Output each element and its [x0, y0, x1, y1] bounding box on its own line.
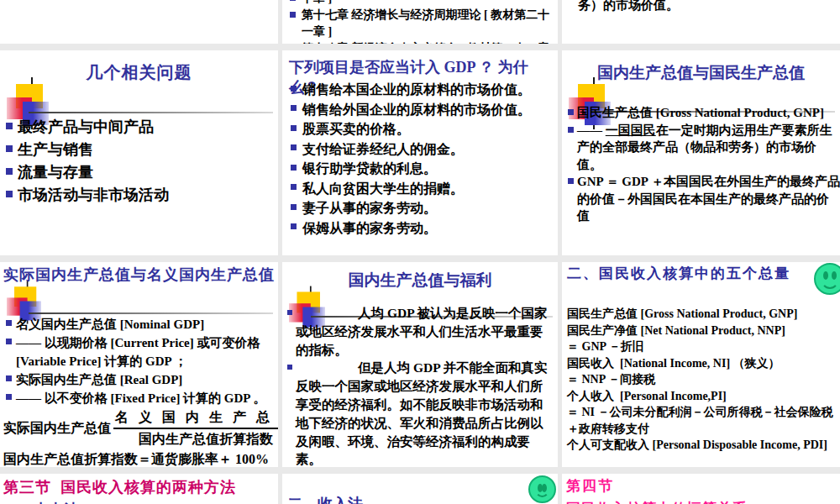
bullet-item: 保姆从事的家务劳动。 [288, 218, 556, 239]
bullet-item: —— 以现期价格 [Current Price] 或可变价格 [Variable… [3, 333, 278, 370]
bullet-item: 国民生产总值 [Gross National Product, GNP] [565, 104, 840, 122]
toc-item: 第十七章 经济增长与经济周期理论 [ 教材第二十一章 ] [287, 7, 556, 40]
bullet-list: 最终产品与中间产品 生产与销售 流量与存量 市场活动与非市场活动 [3, 116, 276, 207]
section-title: 第四节 [562, 474, 840, 496]
bullet-item: 最终产品与中间产品 [3, 116, 276, 139]
bullet-item: 妻子从事的家务劳动。 [288, 198, 556, 218]
definition-line: ＝ GNP －折旧 [567, 339, 840, 355]
slide-title-clipped: 二、收入法 [282, 474, 558, 504]
slide-title: 几个相关问题 [0, 50, 278, 84]
title-underline-rule [29, 312, 273, 314]
definition-line: ＝ NI －公司未分配利润－公司所得税－社会保险税＋政府转移支付 [567, 404, 840, 437]
bullet-item: 支付给证券经纪人的佣金。 [288, 139, 556, 160]
slide-thumb-section4[interactable]: 第四节 国民收入核算中的恒等关系 [562, 474, 840, 504]
section-title: 第三节 国民收入核算的两种方法 [0, 474, 278, 497]
bullet-paragraph: 人均 GDP 被认为是反映一个国家或地区经济发展水平和人们生活水平最重要的指标。 [287, 304, 555, 359]
slide-thumb-related-questions[interactable]: 几个相关问题 最终产品与中间产品 生产与销售 流量与存量 市场活动与非市场活动 [0, 50, 278, 255]
slide-thumb-section3[interactable]: 第三节 国民收入核算的两种方法 一、支出法 [0, 474, 278, 504]
bullet-item: 股票买卖的价格。 [288, 119, 556, 139]
bullet-item: 私人向贫困大学生的捐赠。 [288, 179, 556, 199]
smiley-icon [528, 475, 556, 503]
slide-title: 二、国民收入核算中的五个总量 [562, 262, 840, 283]
clipped-body-text: 务）的市场价值。 [562, 0, 840, 13]
definition-line: 国民生产总值 [Gross National Product, GNP] [567, 306, 840, 323]
bullet-item: 市场活动与非市场活动 [3, 184, 276, 207]
bullet-item: 流量与存量 [3, 161, 276, 184]
bullet-list: 国民生产总值 [Gross National Product, GNP] —— … [565, 104, 840, 225]
slide-thumb-real-vs-nominal-gdp[interactable]: 实际国内生产总值与名义国内生产总值 名义国内生产总值 [Nominal GDP]… [0, 262, 278, 467]
section-title-line2-clipped: 国民收入核算中的恒等关系 [562, 499, 840, 504]
deflator-equation: 国内生产总值折算指数＝通货膨胀率＋ 100% [3, 450, 278, 467]
underlined-term: 一国国民 [606, 123, 656, 137]
bullet-item: 名义国内生产总值 [Nominal GDP] [3, 315, 278, 333]
definition-line: 国民收入 [National Income, NI] （狭义） [567, 355, 840, 372]
slide-thumb-gdp-vs-gnp[interactable]: 国内生产总值与国民生产总值 国民生产总值 [Gross National Pro… [562, 50, 840, 255]
slide-sorter-grid: 十章 ] 第十七章 经济增长与经济周期理论 [ 教材第二十一章 ] 第十八章 新… [0, 0, 840, 504]
bullet-item: 银行助学贷款的利息。 [288, 159, 556, 179]
aggregate-definitions: 国民生产总值 [Gross National Product, GNP] 国民生… [567, 306, 840, 454]
title-underline-rule [29, 112, 273, 113]
slide-title: 国内生产总值与国民生产总值 [562, 50, 840, 84]
slide-thumb-blank[interactable] [0, 0, 278, 44]
slide-title: 实际国内生产总值与名义国内生产总值 [0, 262, 278, 285]
bullet-item: GNP ＝ GDP ＋本国国民在外国生产的最终产品的价值－外国国民在本国生产的最… [565, 173, 840, 225]
formula-denominator: 国内生产总值折算指数 [113, 429, 278, 449]
bullet-item: 销售给本国企业的原材料的市场价值。 [288, 80, 556, 100]
slide-title: 国内生产总值与福利 [282, 262, 558, 291]
toc-item-clipped: 十章 ] [287, 0, 556, 7]
slide-thumb-gdp-quiz[interactable]: 下列项目是否应当计入 GDP ？ 为什么？ 销售给本国企业的原材料的市场价值。 … [282, 50, 558, 255]
slide-thumb-gdp-welfare[interactable]: 国内生产总值与福利 人均 GDP 被认为是反映一个国家或地区经济发展水平和人们生… [282, 262, 558, 467]
definition-line: 国民生产净值 [Net National Product, NNP] [567, 323, 840, 339]
definition-line: 个人收入 [Personal Income,PI] [567, 388, 840, 405]
bullet-item: 生产与销售 [3, 139, 276, 161]
smiley-icon [814, 263, 840, 295]
formula-numerator: 名 义 国 内 生 产 总 值 [113, 408, 278, 429]
bullet-item: —— 以不变价格 [Fixed Price] 计算的 GDP 。 [3, 389, 278, 407]
bullet-item: —— 一国国民在一定时期内运用生产要素所生产的全部最终产品（物品和劳务）的市场价… [565, 122, 840, 174]
bullet-list: 名义国内生产总值 [Nominal GDP] —— 以现期价格 [Current… [3, 315, 278, 407]
slide-thumb-income-method[interactable]: 二、收入法 [282, 474, 558, 504]
toc-item: 第十八章 新经济自由主义简介 [ 教材第二十二章 ] [287, 40, 556, 44]
bullet-paragraph: 但是人均 GDP 并不能全面和真实反映一个国家或地区经济发展水平和人们所享受的经… [287, 359, 555, 467]
definition-line: 个人可支配收入 [Personal Disposable Income, PDI… [567, 437, 840, 454]
slide-thumb-toc[interactable]: 十章 ] 第十七章 经济增长与经济周期理论 [ 教材第二十一章 ] 第十八章 新… [282, 0, 558, 44]
bullet-list: 销售给本国企业的原材料的市场价值。 销售给外国企业的原材料的市场价值。 股票买卖… [288, 80, 556, 238]
real-gdp-formula: 实际国内生产总值名 义 国 内 生 产 总 值国内生产总值折算指数 [3, 408, 278, 449]
slide-thumb-five-aggregates[interactable]: 二、国民收入核算中的五个总量 国民生产总值 [Gross National Pr… [562, 262, 840, 467]
definition-line: ＝ NNP －间接税 [567, 371, 840, 388]
slide-thumb-gdp-definition-tail[interactable]: 务）的市场价值。 [562, 0, 840, 44]
bullet-item: 销售给外国企业的原材料的市场价值。 [288, 100, 556, 120]
section-subtitle-clipped: 一、支出法 [0, 500, 278, 504]
bullet-item: 实际国内生产总值 [Real GDP] [3, 370, 278, 389]
toc-list: 十章 ] 第十七章 经济增长与经济周期理论 [ 教材第二十一章 ] 第十八章 新… [287, 0, 556, 44]
